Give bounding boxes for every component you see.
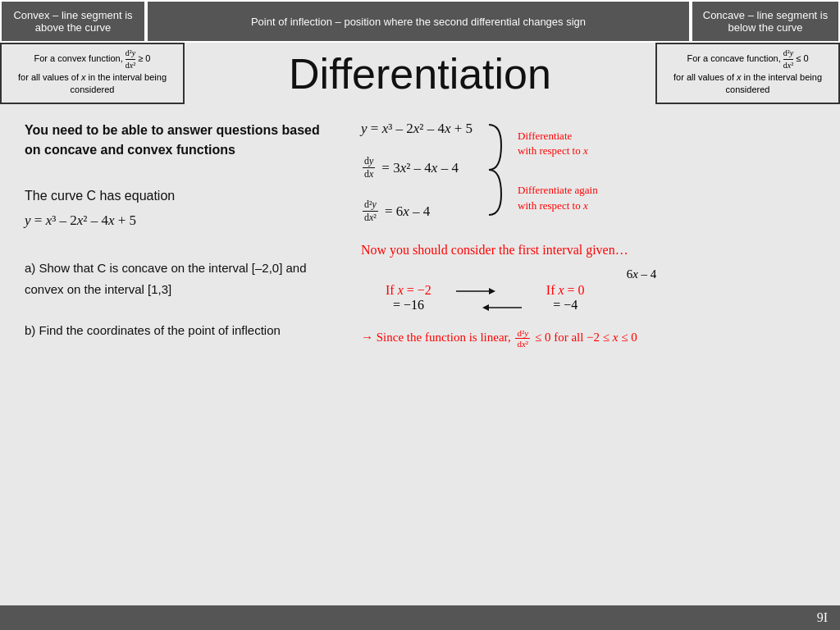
arrow-dividers: [456, 283, 522, 316]
brace-area: [485, 121, 505, 219]
d2y-dx2-fraction: d²y dx²: [363, 199, 378, 224]
dy-dx-fraction: dy dx: [363, 155, 375, 180]
equation-3: d²y dx² = 6x – 4: [361, 199, 472, 224]
if-x-neg2-block: If x = −2 = −16: [386, 283, 431, 313]
info-bar: For a convex function, d²y dx² ≥ 0 for a…: [0, 43, 840, 104]
header-box-right: Concave – line segment is below the curv…: [691, 0, 840, 43]
equations-area: y = x³ – 2x² – 4x + 5 dy dx = 3x² – 4x –…: [361, 121, 824, 231]
info-box-right: For a concave function, d²y dx² ≤ 0 for …: [655, 43, 840, 104]
left-panel: You need to be able to answer questions …: [0, 112, 345, 597]
info-left-text: For a convex function,: [34, 53, 125, 63]
header-center-label: Point of inflection – position where the…: [251, 16, 586, 28]
page-title: Differentiation: [289, 49, 551, 98]
conclusion-fraction: d²y dx²: [515, 328, 530, 349]
info-box-left: For a convex function, d²y dx² ≥ 0 for a…: [0, 43, 185, 104]
diff-label-1: Differentiatewith respect to x: [518, 129, 598, 158]
question-a: a) Show that C is concave on the interva…: [25, 258, 328, 299]
footer-bar: 9I: [0, 605, 840, 630]
info-right-text: For a concave function,: [687, 53, 783, 63]
now-consider-text: Now you should consider the first interv…: [361, 243, 824, 258]
conclusion-text: → Since the function is linear, d²y dx² …: [361, 328, 824, 349]
svg-marker-1: [489, 288, 495, 294]
annotations: Differentiatewith respect to x Different…: [518, 129, 598, 213]
question-b: b) Find the coordinates of the point of …: [25, 320, 328, 341]
calc-row-area: If x = −2 = −16: [386, 283, 824, 316]
curve-eq-label: The curve C has equation: [25, 189, 175, 203]
equation-2: dy dx = 3x² – 4x – 4: [361, 155, 472, 180]
if-x-0-block: If x = 0 = −4: [546, 283, 585, 313]
info-left-condition: ≥ 0: [138, 53, 150, 63]
page-number: 9I: [817, 610, 828, 625]
svg-marker-3: [482, 304, 489, 311]
header-left-label: Convex – line segment is above the curve: [8, 9, 138, 34]
header-box-left: Convex – line segment is above the curve: [0, 0, 146, 43]
equation-1: y = x³ – 2x² – 4x + 5: [361, 121, 472, 137]
info-right-condition: ≤ 0: [796, 53, 808, 63]
header-right-label: Concave – line segment is below the curv…: [699, 9, 832, 34]
six-x-label: 6x – 4: [361, 267, 824, 281]
calc-section: 6x – 4 If x = −2 = −16: [361, 267, 824, 316]
curly-brace-svg: [485, 121, 505, 219]
curve-formula: y = x³ – 2x² – 4x + 5: [25, 212, 136, 228]
header-bar: Convex – line segment is above the curve…: [0, 0, 840, 43]
equation-group: y = x³ – 2x² – 4x + 5 dy dx = 3x² – 4x –…: [361, 121, 472, 231]
title-center: Differentiation: [185, 43, 655, 104]
info-right-fraction: d²y dx²: [783, 48, 793, 71]
right-panel: y = x³ – 2x² – 4x + 5 dy dx = 3x² – 4x –…: [345, 112, 840, 597]
info-right-rest: for all values of x in the interval bein…: [673, 72, 822, 94]
header-box-center: Point of inflection – position where the…: [146, 0, 691, 43]
curve-description: The curve C has equation y = x³ – 2x² – …: [25, 185, 328, 233]
info-left-fraction: d²y dx²: [126, 48, 135, 71]
intro-text: You need to be able to answer questions …: [25, 121, 328, 160]
main-content: You need to be able to answer questions …: [0, 104, 840, 605]
info-left-rest: for all values of x in the interval bein…: [18, 72, 167, 94]
diff-label-2: Differentiate againwith respect to x: [518, 183, 598, 212]
arrow-svg: [456, 283, 522, 316]
